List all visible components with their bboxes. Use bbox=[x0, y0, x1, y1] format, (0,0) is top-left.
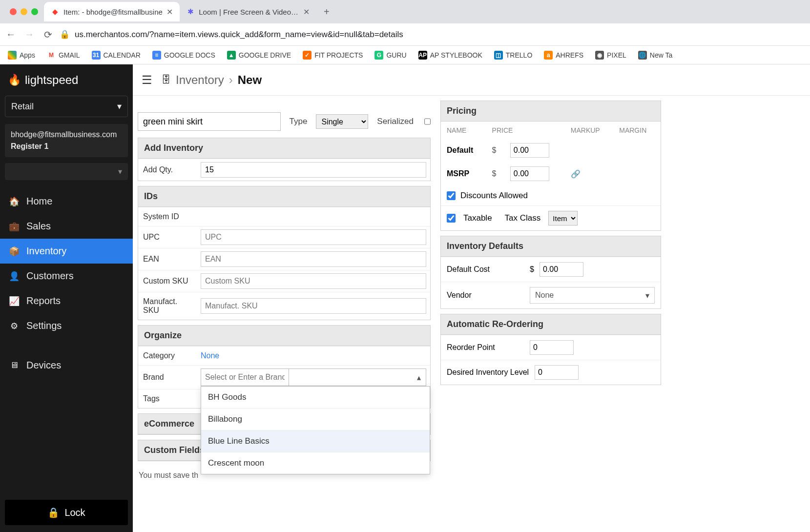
sidebar-item-home[interactable]: 🏠Home bbox=[0, 189, 133, 214]
desired-level-input[interactable] bbox=[535, 365, 579, 380]
back-button[interactable]: ← bbox=[4, 28, 18, 41]
minimize-window-icon[interactable] bbox=[21, 8, 27, 15]
sidebar-item-inventory[interactable]: 📦Inventory bbox=[0, 239, 133, 264]
new-tab-button[interactable]: + bbox=[319, 4, 334, 19]
caret-up-icon[interactable]: ▴ bbox=[412, 373, 426, 382]
panel-title: Inventory Defaults bbox=[441, 236, 661, 257]
bookmark-apps[interactable]: Apps bbox=[4, 49, 39, 61]
address-bar[interactable]: 🔒 us.merchantos.com/?name=item.views.qui… bbox=[60, 29, 806, 40]
manuf-sku-input[interactable] bbox=[201, 298, 426, 314]
close-tab-icon[interactable]: ✕ bbox=[303, 7, 310, 17]
price-input[interactable] bbox=[510, 143, 549, 158]
breadcrumb: 🗄 Inventory › New bbox=[161, 73, 262, 87]
custom-sku-input[interactable] bbox=[201, 273, 426, 289]
sales-icon: 💼 bbox=[9, 221, 20, 232]
lock-button[interactable]: 🔒 Lock bbox=[5, 500, 128, 525]
topbar: ☰ 🗄 Inventory › New bbox=[133, 64, 810, 96]
bookmark-ahrefs[interactable]: aAHREFS bbox=[540, 49, 587, 61]
vendor-select[interactable]: None ▾ bbox=[530, 287, 655, 304]
reload-button[interactable]: ⟳ bbox=[41, 28, 55, 41]
bookmark-newtab[interactable]: 🌐New Ta bbox=[634, 49, 676, 61]
default-cost-input[interactable] bbox=[540, 262, 583, 277]
pricing-table: NAME PRICE MARKUP MARGIN Default $ bbox=[441, 122, 661, 186]
store-switcher[interactable]: Retail ▾ bbox=[5, 96, 128, 117]
brand-combobox[interactable]: ▴ BH Goods Billabong Blue Line Basics Cr… bbox=[197, 366, 430, 389]
system-id-value bbox=[197, 214, 430, 220]
bookmark-trello[interactable]: ◫TRELLO bbox=[490, 49, 536, 61]
user-email: bhodge@fitsmallbusiness.com bbox=[11, 129, 122, 141]
add-qty-input[interactable] bbox=[201, 162, 426, 178]
panel-title: Add Inventory bbox=[138, 138, 430, 159]
chevron-down-icon: ▾ bbox=[118, 167, 122, 176]
nav-list: 🏠Home 💼Sales 📦Inventory 👤Customers 📈Repo… bbox=[0, 189, 133, 493]
vendor-value: None bbox=[535, 291, 554, 300]
side-column: Pricing NAME PRICE MARKUP MARGIN Default… bbox=[440, 101, 661, 485]
browser-tab-active[interactable]: ◆ Item: - bhodge@fitsmallbusine ✕ bbox=[44, 2, 180, 21]
taxable-checkbox[interactable] bbox=[447, 214, 456, 223]
maximize-window-icon[interactable] bbox=[31, 8, 38, 15]
store-name: Retail bbox=[11, 102, 34, 112]
upc-input[interactable] bbox=[201, 229, 426, 245]
tab-title: Loom | Free Screen & Video Re bbox=[199, 8, 299, 16]
bookmark-guru[interactable]: GGURU bbox=[371, 49, 410, 61]
browser-chrome: ◆ Item: - bhodge@fitsmallbusine ✕ ✱ Loom… bbox=[0, 0, 810, 64]
brand-option[interactable]: Blue Line Basics bbox=[201, 430, 430, 452]
brand-option[interactable]: Billabong bbox=[201, 409, 430, 430]
serialized-checkbox[interactable] bbox=[424, 118, 431, 125]
reorder-panel: Automatic Re-Ordering Reorder Point Desi… bbox=[440, 314, 661, 385]
taxable-label: Taxable bbox=[463, 213, 492, 223]
sidebar-item-devices[interactable]: 🖥Devices bbox=[0, 353, 133, 378]
bookmark-google-drive[interactable]: ▲GOOGLE DRIVE bbox=[223, 49, 295, 61]
discounts-checkbox[interactable] bbox=[447, 191, 456, 200]
forward-button[interactable]: → bbox=[22, 28, 36, 41]
serialized-label: Serialized bbox=[377, 117, 414, 126]
brand-option[interactable]: Crescent moon bbox=[201, 452, 430, 474]
bookmark-fit-projects[interactable]: ✓FIT PROJECTS bbox=[299, 49, 367, 61]
currency-symbol: $ bbox=[487, 139, 504, 162]
manuf-sku-label: Manufact. SKU bbox=[138, 292, 197, 320]
price-input[interactable] bbox=[510, 166, 549, 181]
link-icon[interactable]: 🔗 bbox=[571, 170, 581, 178]
sidebar-item-label: Customers bbox=[26, 270, 74, 282]
address-bar-row: ← → ⟳ 🔒 us.merchantos.com/?name=item.vie… bbox=[0, 23, 810, 46]
bookmark-pixel[interactable]: ◉PIXEL bbox=[591, 49, 630, 61]
sidebar-item-customers[interactable]: 👤Customers bbox=[0, 264, 133, 288]
browser-tab[interactable]: ✱ Loom | Free Screen & Video Re ✕ bbox=[180, 2, 316, 21]
ids-panel: IDs System ID UPC EAN bbox=[138, 186, 431, 320]
sidebar-item-reports[interactable]: 📈Reports bbox=[0, 288, 133, 313]
tax-class-select[interactable]: Item bbox=[548, 211, 578, 225]
brand-input[interactable] bbox=[201, 369, 289, 386]
close-tab-icon[interactable]: ✕ bbox=[166, 7, 173, 17]
menu-icon[interactable]: ☰ bbox=[142, 73, 152, 87]
chevron-right-icon: › bbox=[229, 73, 233, 87]
chevron-down-icon: ▾ bbox=[645, 291, 649, 300]
ean-input[interactable] bbox=[201, 251, 426, 267]
sidebar-item-label: Home bbox=[26, 196, 52, 207]
breadcrumb-section[interactable]: Inventory bbox=[176, 73, 224, 87]
brand-name: lightspeed bbox=[25, 73, 78, 87]
category-label: Category bbox=[138, 347, 197, 365]
category-value[interactable]: None bbox=[197, 347, 430, 365]
lock-icon: 🔒 bbox=[60, 29, 70, 40]
close-window-icon[interactable] bbox=[10, 8, 17, 15]
sidebar-item-sales[interactable]: 💼Sales bbox=[0, 214, 133, 239]
bookmark-google-docs[interactable]: ≡GOOGLE DOCS bbox=[148, 49, 219, 61]
user-box[interactable]: bhodge@fitsmallbusiness.com Register 1 bbox=[5, 124, 128, 157]
bookmark-gmail[interactable]: MGMAIL bbox=[43, 49, 84, 61]
item-name-input[interactable] bbox=[138, 112, 281, 131]
register-dropdown[interactable]: ▾ bbox=[5, 163, 128, 180]
sidebar-item-settings[interactable]: ⚙Settings bbox=[0, 313, 133, 338]
bookmark-calendar[interactable]: 31CALENDAR bbox=[88, 49, 145, 61]
item-header-row: Type Single Serialized bbox=[138, 112, 431, 131]
type-select[interactable]: Single bbox=[316, 114, 368, 129]
reorder-point-label: Reorder Point bbox=[447, 343, 530, 352]
bookmark-ap-stylebook[interactable]: APAP STYLEBOOK bbox=[415, 49, 486, 61]
reorder-point-input[interactable] bbox=[530, 340, 574, 355]
brand-option[interactable]: BH Goods bbox=[201, 387, 430, 409]
settings-icon: ⚙ bbox=[9, 321, 20, 331]
col-margin: MARGIN bbox=[614, 123, 660, 138]
price-name: Default bbox=[442, 139, 486, 162]
url-text: us.merchantos.com/?name=item.views.quick… bbox=[75, 30, 403, 40]
chevron-down-icon: ▾ bbox=[117, 101, 122, 112]
app: 🔥 lightspeed Retail ▾ bhodge@fitsmallbus… bbox=[0, 64, 810, 532]
